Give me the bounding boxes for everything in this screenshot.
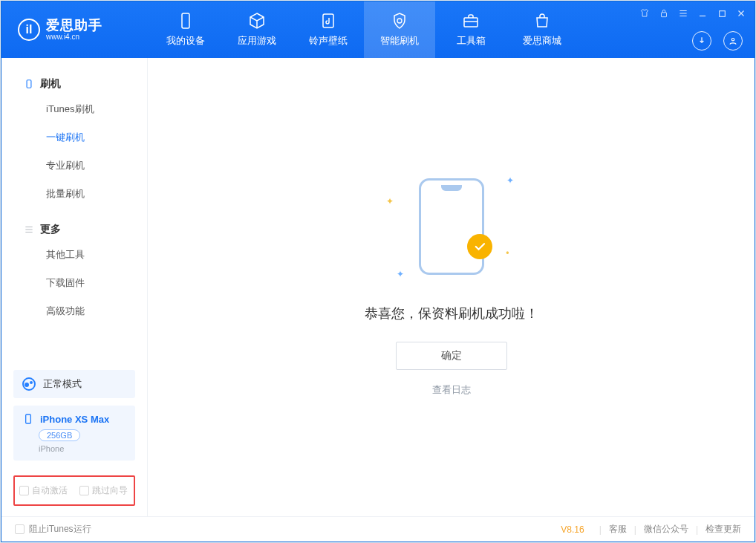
- tab-ringtone-wallpaper[interactable]: 铃声壁纸: [293, 1, 364, 58]
- checkbox-icon: [79, 486, 89, 495]
- success-illustration: ✦ ✦ ✦ •: [419, 178, 484, 275]
- tab-toolbox[interactable]: 工具箱: [435, 1, 506, 58]
- download-icon: [697, 36, 707, 46]
- sidebar-lower: 正常模式 iPhone XS Max 256GB iPhone 自动激活: [1, 362, 147, 516]
- svg-rect-3: [662, 13, 667, 17]
- minimize-button[interactable]: [697, 7, 708, 19]
- list-icon: [24, 224, 34, 235]
- main-tabs: 我的设备 应用游戏 铃声壁纸 智能刷机 工具箱 爱思商城: [150, 1, 578, 58]
- logo-area: il 爱思助手 www.i4.cn: [1, 19, 150, 42]
- tab-label: 我的设备: [166, 34, 205, 48]
- app-logo-icon: il: [18, 19, 40, 41]
- sidebar: 刷机 iTunes刷机 一键刷机 专业刷机 批量刷机 更多 其他工具 下载固件 …: [1, 58, 148, 516]
- checkbox-icon[interactable]: [15, 524, 25, 534]
- phone-icon: [177, 12, 195, 30]
- sidebar-item-oneclick-flash[interactable]: 一键刷机: [1, 123, 147, 152]
- tab-label: 铃声壁纸: [309, 34, 348, 48]
- block-itunes-label[interactable]: 阻止iTunes运行: [29, 523, 91, 536]
- tab-smart-flash[interactable]: 智能刷机: [364, 1, 435, 58]
- support-link[interactable]: 客服: [609, 523, 627, 536]
- success-message: 恭喜您，保资料刷机成功啦！: [365, 305, 538, 322]
- checkbox-label: 跳过向导: [92, 484, 128, 497]
- device-phone-icon: [22, 413, 34, 425]
- app-title: 爱思助手: [46, 19, 102, 33]
- sparkle-icon: •: [506, 248, 509, 259]
- device-name: iPhone XS Max: [40, 414, 109, 425]
- wechat-link[interactable]: 微信公众号: [644, 523, 688, 536]
- version-label: V8.16: [561, 524, 584, 535]
- checkbox-skip-guide[interactable]: 跳过向导: [79, 484, 128, 497]
- titlebar-right-buttons: [692, 31, 743, 51]
- download-button[interactable]: [692, 31, 711, 51]
- sparkle-icon: ✦: [397, 269, 404, 279]
- tab-label: 应用游戏: [238, 34, 276, 48]
- music-file-icon: [319, 12, 337, 30]
- cube-icon: [248, 12, 266, 30]
- titlebar: il 爱思助手 www.i4.cn 我的设备 应用游戏 铃声壁纸 智能刷机: [1, 1, 755, 58]
- mode-icon: [22, 377, 36, 391]
- highlighted-options-box: 自动激活 跳过向导: [13, 475, 135, 506]
- device-capacity: 256GB: [39, 429, 80, 441]
- device-info-box[interactable]: iPhone XS Max 256GB iPhone: [13, 406, 135, 461]
- svg-rect-1: [323, 14, 333, 27]
- sidebar-item-pro-flash[interactable]: 专业刷机: [1, 152, 147, 180]
- tshirt-icon[interactable]: [639, 7, 651, 19]
- statusbar: 阻止iTunes运行 V8.16 | 客服 | 微信公众号 | 检查更新: [1, 516, 755, 542]
- sidebar-item-download-firmware[interactable]: 下载固件: [1, 269, 147, 297]
- menu-icon[interactable]: [677, 7, 689, 19]
- sidebar-section-more: 更多: [1, 218, 147, 241]
- window-controls-top: [639, 7, 747, 19]
- sidebar-item-other-tools[interactable]: 其他工具: [1, 241, 147, 269]
- phone-illustration-icon: [419, 178, 484, 275]
- body-area: 刷机 iTunes刷机 一键刷机 专业刷机 批量刷机 更多 其他工具 下载固件 …: [1, 58, 755, 516]
- tab-my-device[interactable]: 我的设备: [150, 1, 221, 58]
- tab-store[interactable]: 爱思商城: [506, 1, 578, 58]
- device-mode-label: 正常模式: [43, 377, 82, 391]
- device-type: iPhone: [39, 444, 126, 453]
- sidebar-item-batch-flash[interactable]: 批量刷机: [1, 180, 147, 208]
- tab-label: 爱思商城: [523, 34, 561, 48]
- svg-rect-4: [719, 10, 725, 16]
- checkbox-auto-activate[interactable]: 自动激活: [19, 484, 68, 497]
- checkbox-icon: [19, 486, 29, 495]
- sidebar-item-itunes-flash[interactable]: iTunes刷机: [1, 95, 147, 123]
- user-icon: [728, 36, 738, 46]
- tab-label: 智能刷机: [380, 34, 419, 48]
- app-window: il 爱思助手 www.i4.cn 我的设备 应用游戏 铃声壁纸 智能刷机: [1, 1, 755, 542]
- checkbox-label: 自动激活: [32, 484, 68, 497]
- svg-point-5: [731, 39, 734, 42]
- sparkle-icon: ✦: [386, 196, 394, 207]
- sidebar-section-flash: 刷机: [1, 73, 147, 95]
- refresh-shield-icon: [391, 12, 408, 30]
- sidebar-item-advanced[interactable]: 高级功能: [1, 297, 147, 325]
- account-button[interactable]: [723, 31, 743, 51]
- toolbox-icon: [462, 12, 480, 30]
- ok-button[interactable]: 确定: [396, 342, 507, 370]
- tab-apps-games[interactable]: 应用游戏: [221, 1, 293, 58]
- check-badge-icon: [467, 234, 492, 259]
- svg-rect-6: [27, 80, 31, 88]
- svg-rect-2: [464, 18, 478, 27]
- lock-icon[interactable]: [658, 7, 670, 19]
- main-content: ✦ ✦ ✦ • 恭喜您，保资料刷机成功啦！ 确定 查看日志: [148, 58, 755, 516]
- check-update-link[interactable]: 检查更新: [706, 523, 741, 536]
- device-mode-box[interactable]: 正常模式: [13, 370, 135, 398]
- tab-label: 工具箱: [457, 34, 486, 48]
- phone-small-icon: [24, 79, 34, 89]
- view-log-link[interactable]: 查看日志: [432, 383, 471, 397]
- svg-rect-7: [26, 414, 31, 423]
- svg-rect-0: [182, 13, 189, 28]
- close-button[interactable]: [735, 7, 747, 19]
- app-url: www.i4.cn: [46, 33, 102, 41]
- maximize-button[interactable]: [716, 7, 728, 19]
- bag-icon: [533, 12, 551, 30]
- sparkle-icon: ✦: [506, 175, 514, 186]
